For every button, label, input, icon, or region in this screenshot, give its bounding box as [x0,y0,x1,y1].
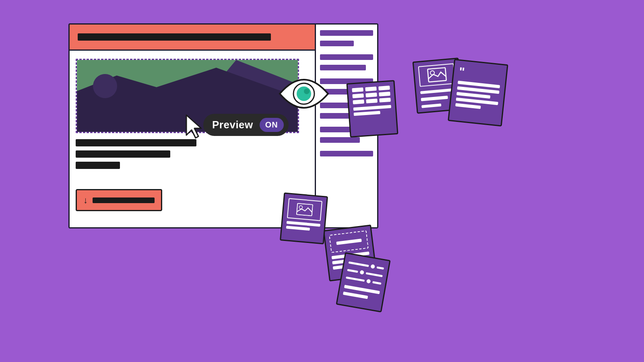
card1-line2 [421,96,448,101]
toggle-pill[interactable]: ON [260,118,284,132]
card4-inner-line [336,239,362,245]
card4-dashed-box [329,230,369,253]
floating-card-2: " [448,59,508,126]
topbar-text-bar [78,33,271,41]
svg-point-9 [299,206,303,209]
card1-line3 [421,103,441,108]
card2-line3 [456,92,490,99]
download-arrow-icon: ↓ [83,195,88,206]
card6-line2 [343,292,368,299]
btn-text-bar [93,197,155,203]
cta-button[interactable]: ↓ [76,189,162,211]
floating-card-6 [336,252,390,313]
text-line-2 [76,150,170,158]
card1-image-icon [418,63,456,86]
sidebar-row-10 [320,137,360,143]
card3-line2 [354,111,380,116]
sidebar-row-4 [320,65,366,70]
card2-quote-icon: " [458,66,502,82]
sidebar-row-11 [320,151,373,156]
text-line-1 [76,139,196,146]
floating-card-5 [280,192,328,244]
preview-label: Preview [212,119,253,131]
main-illustration: Preview ON [141,56,503,317]
text-line-3 [76,162,120,169]
sun-circle [93,74,117,98]
svg-point-2 [304,88,310,94]
svg-point-1 [297,86,311,101]
eye-icon [278,74,330,115]
svg-rect-8 [297,203,313,216]
sidebar-row-1 [320,30,373,36]
svg-marker-5 [186,115,201,138]
card3-line1 [353,105,391,111]
card3-grid [352,86,391,104]
sidebar-row-3 [320,54,373,60]
card2-line5 [455,103,481,109]
card5-image-icon [287,198,322,221]
preview-toggle[interactable]: Preview ON [203,114,289,136]
floating-card-3 [346,80,398,138]
sidebar-row-2 [320,41,354,46]
card6-sliders [343,260,384,301]
card5-line2 [286,226,310,230]
toggle-on-text: ON [265,120,278,130]
